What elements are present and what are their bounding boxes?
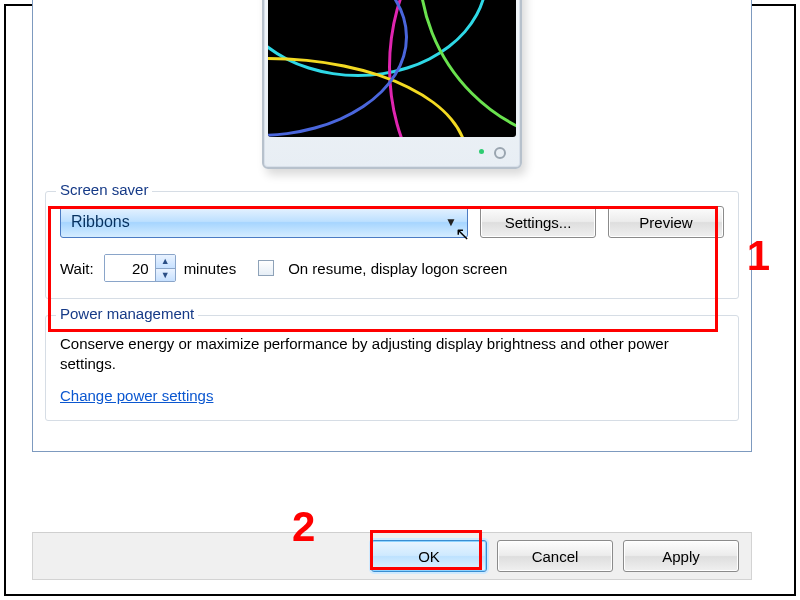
settings-button[interactable]: Settings... <box>480 206 596 238</box>
power-icon <box>494 147 506 159</box>
screensaver-dropdown[interactable]: Ribbons ↖ <box>60 206 468 238</box>
screensaver-legend: Screen saver <box>56 181 152 198</box>
power-management-text: Conserve energy or maximize performance … <box>60 334 724 375</box>
preview-monitor <box>262 0 522 169</box>
cancel-button[interactable]: Cancel <box>497 540 613 572</box>
resume-checkbox[interactable] <box>258 260 274 276</box>
screensaver-settings-dialog: Screen saver Ribbons ↖ Settings... Previ… <box>32 0 752 452</box>
dropdown-value: Ribbons <box>71 213 130 231</box>
wait-spinner[interactable]: ▲ ▼ <box>104 254 176 282</box>
chevron-down-icon[interactable] <box>439 210 463 234</box>
preview-button[interactable]: Preview <box>608 206 724 238</box>
apply-button[interactable]: Apply <box>623 540 739 572</box>
power-management-legend: Power management <box>56 305 198 322</box>
dialog-button-bar: OK Cancel Apply <box>32 532 752 580</box>
minutes-label: minutes <box>184 260 237 277</box>
preview-screen <box>268 0 516 137</box>
resume-checkbox-label: On resume, display logon screen <box>288 260 507 277</box>
power-management-group: Power management Conserve energy or maxi… <box>45 315 739 421</box>
change-power-settings-link[interactable]: Change power settings <box>60 387 213 404</box>
screensaver-group: Screen saver Ribbons ↖ Settings... Previ… <box>45 191 739 299</box>
spin-down-icon[interactable]: ▼ <box>155 268 175 282</box>
wait-label: Wait: <box>60 260 94 277</box>
led-icon <box>479 149 484 154</box>
spin-up-icon[interactable]: ▲ <box>155 255 175 268</box>
wait-input[interactable] <box>105 255 155 281</box>
ok-button[interactable]: OK <box>371 540 487 572</box>
